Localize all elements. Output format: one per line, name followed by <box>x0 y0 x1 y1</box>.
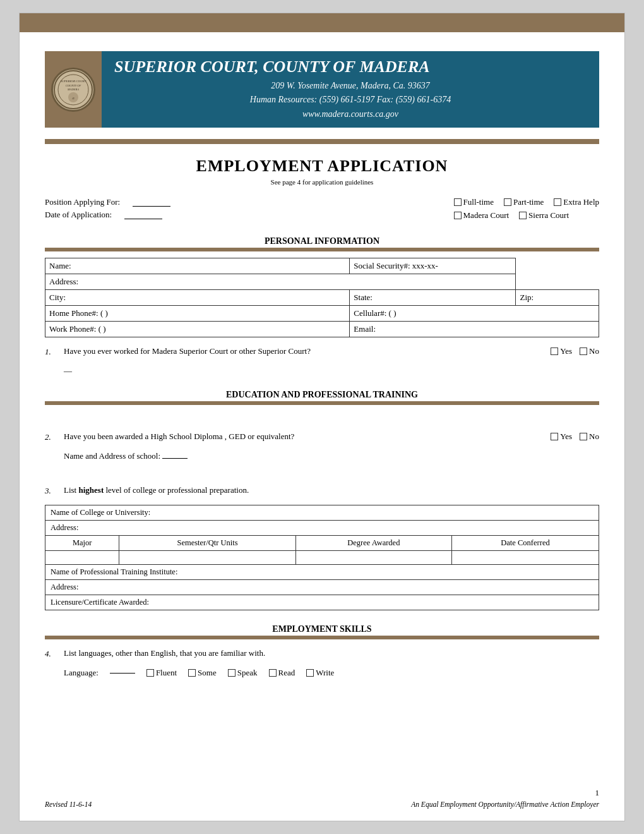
q1-no-checkbox[interactable] <box>580 348 587 355</box>
extrahelp-option[interactable]: Extra Help <box>554 197 599 207</box>
cellular-cell: Cellular#: ( ) <box>350 306 599 322</box>
q2-school-field[interactable] <box>162 458 188 459</box>
q3-bold: highest <box>78 485 104 495</box>
speak-option[interactable]: Speak <box>228 668 258 678</box>
read-label: Read <box>278 668 295 678</box>
employment-type-group: Full-time Part-time Extra Help <box>454 197 599 207</box>
footer-eeoc: An Equal Employment Opportunity/Affirmat… <box>411 801 599 808</box>
sierracourt-checkbox[interactable] <box>519 212 527 219</box>
some-option[interactable]: Some <box>188 668 217 678</box>
sierracourt-label: Sierra Court <box>528 210 569 221</box>
workphone-label: Work Phone#: ( ) <box>49 324 106 334</box>
training-name-row: Name of Professional Training Institute: <box>45 565 599 580</box>
court-seal: SUPERIOR COURT COUNTY OF MADERA ⚖ <box>51 68 95 112</box>
footer-revised: Revised 11-6-14 <box>45 801 92 808</box>
date-field[interactable] <box>124 210 162 219</box>
lang-field[interactable] <box>110 673 135 674</box>
q1-no-option[interactable]: No <box>580 346 599 356</box>
maderacourt-option[interactable]: Madera Court <box>454 210 510 221</box>
licensure-label: Licensure/Certificate Awarded: <box>51 598 149 607</box>
college-table: Name of College or University: Address: … <box>45 505 599 610</box>
language-row: Language: Fluent Some Speak Read Write <box>64 668 599 678</box>
q2-no-option[interactable]: No <box>580 432 599 442</box>
question-1-row: 1. Have you ever worked for Madera Super… <box>45 346 599 357</box>
q1-no-label: No <box>589 346 599 356</box>
name-label: Name: <box>49 261 71 270</box>
col-units-header: Semester/Qtr Units <box>119 536 295 551</box>
training-address-cell: Address: <box>45 580 599 595</box>
col-date-header: Date Conferred <box>451 536 599 551</box>
q3-number: 3. <box>45 485 64 496</box>
training-address-row: Address: <box>45 580 599 595</box>
q2-number: 2. <box>45 432 64 442</box>
seal-svg: SUPERIOR COURT COUNTY OF MADERA ⚖ <box>53 70 93 110</box>
degree-value[interactable] <box>295 551 451 565</box>
q2-no-checkbox[interactable] <box>580 433 587 440</box>
email-cell: Email: <box>350 322 599 337</box>
parttime-option[interactable]: Part-time <box>504 197 544 207</box>
page-number: 1 <box>595 788 600 798</box>
units-value[interactable] <box>119 551 295 565</box>
q1-yes-label: Yes <box>560 346 572 356</box>
q2-yes-label: Yes <box>560 432 572 442</box>
education-heading: EDUCATION AND PROFESSIONAL TRAINING <box>45 387 599 401</box>
question-3-row: 3. List highest level of college or prof… <box>45 485 599 496</box>
skills-heading-bar <box>45 636 599 639</box>
state-label: State: <box>354 293 373 302</box>
seal-box: SUPERIOR COURT COUNTY OF MADERA ⚖ <box>45 51 102 128</box>
fulltime-checkbox[interactable] <box>454 198 462 206</box>
maderacourt-checkbox[interactable] <box>454 212 462 219</box>
q2-text: Have you been awarded a High School Dipl… <box>64 432 543 442</box>
q2-options: Yes No <box>551 432 599 442</box>
lang-label: Language: <box>64 668 98 678</box>
date-value[interactable] <box>451 551 599 565</box>
q4-text: List languages, other than English, that… <box>64 648 599 658</box>
position-row: Position Applying For: <box>45 197 170 207</box>
col-degree-header: Degree Awarded <box>295 536 451 551</box>
college-address-cell: Address: <box>45 521 599 536</box>
parttime-checkbox[interactable] <box>504 198 511 206</box>
ssn-label: Social Security#: xxx-xx- <box>354 261 438 270</box>
fulltime-option[interactable]: Full-time <box>454 197 494 207</box>
write-option[interactable]: Write <box>306 668 334 678</box>
title-box: SUPERIOR COURT, COUNTY OF MADERA 209 W. … <box>102 51 599 128</box>
q1-options: Yes No <box>551 346 599 356</box>
read-option[interactable]: Read <box>269 668 295 678</box>
some-checkbox[interactable] <box>188 669 196 677</box>
college-name-row: Name of College or University: <box>45 505 599 521</box>
speak-checkbox[interactable] <box>228 669 236 677</box>
write-checkbox[interactable] <box>306 669 314 677</box>
q2-yes-checkbox[interactable] <box>551 433 558 440</box>
fluent-checkbox[interactable] <box>146 669 154 677</box>
college-address-row: Address: <box>45 521 599 536</box>
q1-yes-checkbox[interactable] <box>551 348 558 355</box>
q2-school-sub: Name and Address of school: <box>64 451 599 461</box>
sierracourt-option[interactable]: Sierra Court <box>519 210 569 221</box>
name-cell: Name: <box>45 258 350 274</box>
fluent-option[interactable]: Fluent <box>146 668 177 678</box>
college-address-label: Address: <box>51 523 78 532</box>
position-date-row: Position Applying For: Date of Applicati… <box>45 197 599 222</box>
q1-followup: — <box>64 366 599 376</box>
q1-yes-option[interactable]: Yes <box>551 346 572 356</box>
q4-number: 4. <box>45 648 64 659</box>
position-field[interactable] <box>133 198 170 207</box>
extrahelp-checkbox[interactable] <box>554 198 561 206</box>
position-date-left: Position Applying For: Date of Applicati… <box>45 197 170 222</box>
question-2-row: 2. Have you been awarded a High School D… <box>45 432 599 442</box>
homephone-cell: Home Phone#: ( ) <box>45 306 350 322</box>
maderacourt-label: Madera Court <box>463 210 510 221</box>
college-data-row <box>45 551 599 565</box>
major-value[interactable] <box>45 551 119 565</box>
zip-cell: Zip: <box>516 290 599 306</box>
read-checkbox[interactable] <box>269 669 277 677</box>
q2-school-label: Name and Address of school: <box>64 451 160 461</box>
court-title: SUPERIOR COURT, COUNTY OF MADERA <box>114 57 587 76</box>
address-label: Address: <box>49 277 78 286</box>
city-state-zip-row: City: State: Zip: <box>45 290 599 306</box>
date-row: Date of Application: <box>45 210 170 220</box>
training-address-label: Address: <box>51 583 78 591</box>
email-label: Email: <box>354 324 376 334</box>
personal-info-heading: PERSONAL INFORMATION <box>45 234 599 248</box>
q2-yes-option[interactable]: Yes <box>551 432 572 442</box>
